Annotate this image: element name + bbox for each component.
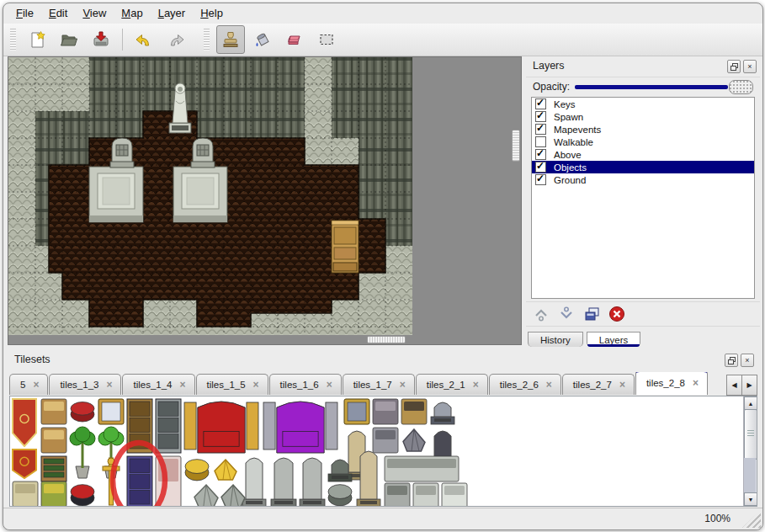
- layer-row-spawn[interactable]: ✓Spawn: [532, 110, 754, 123]
- redo-button[interactable]: [162, 25, 190, 54]
- scroll-up-icon[interactable]: ▲: [744, 396, 757, 410]
- tile-gargoyle-right[interactable]: [300, 458, 325, 507]
- layer-checkbox[interactable]: ✓: [535, 98, 546, 109]
- tile-red-tapestry[interactable]: [13, 450, 36, 478]
- layer-checkbox[interactable]: ✓: [535, 124, 546, 135]
- tab-close-icon[interactable]: ×: [327, 380, 332, 390]
- tile-gargoyle-left[interactable]: [271, 458, 296, 507]
- open-button[interactable]: [55, 25, 83, 54]
- opacity-slider-track[interactable]: [575, 85, 728, 89]
- delete-layer-button[interactable]: [607, 304, 627, 324]
- dock-tab-layers[interactable]: Layers: [587, 332, 641, 347]
- tile-obelisk-monument[interactable]: [357, 451, 380, 507]
- layer-checkbox[interactable]: ✓: [535, 111, 546, 122]
- tile-purple-door[interactable]: [127, 456, 152, 507]
- menu-edit[interactable]: Edit: [41, 3, 75, 21]
- scrollbar-thumb[interactable]: [744, 409, 757, 460]
- move-layer-down-button[interactable]: [556, 304, 576, 324]
- tab-close-icon[interactable]: ×: [693, 378, 699, 388]
- tile-palm-plant[interactable]: [70, 427, 95, 478]
- map-horizontal-scrollbar-thumb[interactable]: [367, 336, 406, 343]
- tab-close-icon[interactable]: ×: [106, 380, 112, 390]
- tab-close-icon[interactable]: ×: [619, 380, 625, 390]
- tileset-tab-tiles_1_7[interactable]: tiles_1_7×: [343, 374, 415, 395]
- tile-rock-pile-left[interactable]: [194, 485, 218, 507]
- close-panel-icon[interactable]: ×: [741, 354, 754, 367]
- map-view[interactable]: [8, 56, 522, 345]
- scrollbar-track[interactable]: [744, 458, 756, 493]
- tile-ledge-right[interactable]: [442, 483, 467, 507]
- tile-stone-basin[interactable]: [328, 485, 352, 506]
- tile-stone-pillar[interactable]: [385, 483, 410, 507]
- undo-button[interactable]: [130, 25, 158, 54]
- tile-red-banner[interactable]: [13, 399, 36, 446]
- tileset-tab-tiles_1_6[interactable]: tiles_1_6×: [269, 374, 342, 395]
- scroll-down-icon[interactable]: ▼: [744, 492, 757, 506]
- new-button[interactable]: [23, 25, 51, 54]
- tile-gray-couch[interactable]: [373, 428, 398, 453]
- layer-row-ground[interactable]: ✓Ground: [532, 173, 754, 186]
- menu-help[interactable]: Help: [193, 3, 231, 21]
- tileset-tab-tiles_2_8[interactable]: tiles_2_8×: [635, 372, 708, 395]
- tile-loom-top[interactable]: [41, 399, 66, 424]
- move-layer-up-button[interactable]: [531, 304, 551, 324]
- layer-checkbox[interactable]: ✓: [535, 174, 546, 185]
- tile-red-throne[interactable]: [184, 402, 258, 453]
- tile-gold-belt[interactable]: [185, 460, 209, 481]
- layer-checkbox[interactable]: [535, 136, 546, 147]
- tileset-tab-tiles_1_3[interactable]: tiles_1_3×: [49, 374, 121, 395]
- menu-file[interactable]: File: [8, 3, 41, 21]
- tab-close-icon[interactable]: ×: [473, 380, 479, 390]
- map-canvas[interactable]: [8, 57, 412, 335]
- tab-close-icon[interactable]: ×: [400, 380, 406, 390]
- layer-row-objects[interactable]: ✓Objects: [532, 161, 754, 173]
- menu-view[interactable]: View: [75, 3, 114, 21]
- tileset-tab-5[interactable]: 5×: [9, 374, 48, 395]
- tab-close-icon[interactable]: ×: [33, 380, 39, 390]
- tile-king-portrait[interactable]: [344, 399, 369, 424]
- opacity-slider-handle[interactable]: [729, 80, 753, 94]
- layer-row-keys[interactable]: ✓Keys: [532, 98, 754, 110]
- tile-couch-back[interactable]: [373, 399, 398, 424]
- tab-close-icon[interactable]: ×: [180, 380, 186, 390]
- tile-gold-pile[interactable]: [215, 460, 236, 480]
- tileset-tab-tiles_2_1[interactable]: tiles_2_1×: [416, 374, 488, 395]
- menu-layer[interactable]: Layer: [151, 3, 194, 21]
- tile-hooded-statue[interactable]: [242, 458, 266, 507]
- menu-map[interactable]: Map: [114, 3, 150, 21]
- layer-row-walkable[interactable]: Walkable: [532, 136, 754, 148]
- tile-wooden-chest[interactable]: [401, 399, 427, 424]
- layer-checkbox[interactable]: ✓: [535, 162, 546, 173]
- eraser-button[interactable]: [280, 25, 309, 54]
- tile-parchment[interactable]: [13, 481, 38, 507]
- tile-armor-rubble[interactable]: [403, 429, 425, 451]
- window-resize-grip[interactable]: [742, 510, 761, 528]
- tile-rock-pile-right[interactable]: [221, 485, 245, 507]
- float-panel-icon[interactable]: [727, 60, 741, 73]
- layer-row-mapevents[interactable]: ✓Mapevents: [532, 123, 754, 136]
- select-button[interactable]: [312, 25, 341, 54]
- dock-tab-history[interactable]: History: [528, 332, 583, 347]
- tab-close-icon[interactable]: ×: [253, 380, 259, 390]
- tile-purple-throne[interactable]: [263, 402, 337, 453]
- tile-red-cushion[interactable]: [71, 402, 94, 422]
- tile-loom-bottom[interactable]: [41, 428, 66, 453]
- layer-checkbox[interactable]: ✓: [535, 149, 546, 160]
- duplicate-layer-button[interactable]: [582, 304, 602, 324]
- tile-iron-gate[interactable]: [156, 399, 181, 453]
- close-panel-icon[interactable]: ×: [743, 60, 757, 73]
- tile-bookshelf[interactable]: [41, 456, 66, 481]
- tile-ledge-left[interactable]: [413, 483, 438, 507]
- save-button[interactable]: [87, 25, 115, 54]
- tile-armor-helmet[interactable]: [431, 402, 454, 424]
- tabs-scroll-left-icon[interactable]: ◀: [726, 375, 742, 396]
- layer-row-above[interactable]: ✓Above: [532, 148, 754, 161]
- tile-stone-ledge[interactable]: [385, 456, 459, 481]
- map-vertical-scrollbar-thumb[interactable]: [512, 130, 520, 162]
- tileset-tab-tiles_1_4[interactable]: tiles_1_4×: [122, 374, 194, 395]
- tab-close-icon[interactable]: ×: [546, 380, 552, 390]
- tileset-tab-tiles_2_7[interactable]: tiles_2_7×: [562, 374, 635, 395]
- fill-button[interactable]: [248, 25, 277, 54]
- tabs-scroll-right-icon[interactable]: ▶: [742, 375, 757, 396]
- tileset-tab-tiles_2_6[interactable]: tiles_2_6×: [489, 374, 561, 395]
